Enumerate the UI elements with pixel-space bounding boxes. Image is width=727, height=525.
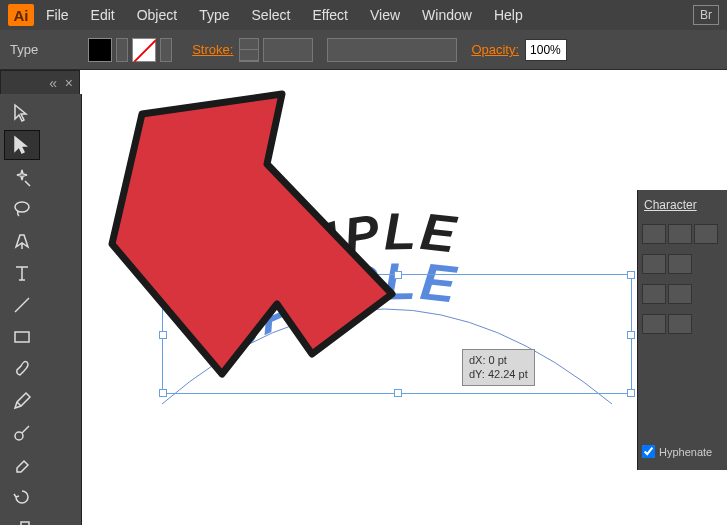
menu-help[interactable]: Help xyxy=(494,7,523,23)
hyphenate-label: Hyphenate xyxy=(659,446,712,458)
align-left-button[interactable] xyxy=(642,224,666,244)
opacity-input[interactable] xyxy=(525,39,567,61)
align-right-button[interactable] xyxy=(694,224,718,244)
scale-tool[interactable] xyxy=(4,514,40,525)
align-center-button[interactable] xyxy=(668,224,692,244)
selection-tool[interactable] xyxy=(4,98,40,128)
stroke-weight-dropdown[interactable] xyxy=(263,38,313,62)
svg-point-0 xyxy=(15,202,29,212)
menubar: Ai File Edit Object Type Select Effect V… xyxy=(0,0,727,30)
indent-right-stepper[interactable] xyxy=(668,284,692,304)
menu-select[interactable]: Select xyxy=(252,7,291,23)
magic-wand-tool[interactable] xyxy=(4,162,40,192)
stroke-swatch-dropdown[interactable] xyxy=(160,38,172,62)
control-toolbar: Type Stroke: Opacity: xyxy=(0,30,727,70)
rectangle-tool[interactable] xyxy=(4,322,40,352)
menu-edit[interactable]: Edit xyxy=(91,7,115,23)
svg-rect-1 xyxy=(15,332,29,342)
document-tab[interactable]: « × xyxy=(0,70,80,94)
indent-right-button[interactable] xyxy=(642,284,666,304)
indent-left-stepper[interactable] xyxy=(668,254,692,274)
space-before-button[interactable] xyxy=(642,314,666,334)
menu-object[interactable]: Object xyxy=(137,7,177,23)
tooltip-dy: dY: 42.24 pt xyxy=(469,367,528,381)
brush-dropdown[interactable] xyxy=(327,38,457,62)
tools-panel xyxy=(0,94,82,525)
menu-type[interactable]: Type xyxy=(199,7,229,23)
measurement-tooltip: dX: 0 pt dY: 42.24 pt xyxy=(462,349,535,386)
space-before-stepper[interactable] xyxy=(668,314,692,334)
paintbrush-tool[interactable] xyxy=(4,354,40,384)
panel-title[interactable]: Character xyxy=(642,196,723,214)
bridge-icon[interactable]: Br xyxy=(693,5,719,25)
character-panel: Character Hyphenate xyxy=(637,190,727,470)
menu-window[interactable]: Window xyxy=(422,7,472,23)
fill-dropdown[interactable] xyxy=(116,38,128,62)
svg-point-2 xyxy=(15,432,23,440)
type-tool[interactable] xyxy=(4,258,40,288)
tooltip-dx: dX: 0 pt xyxy=(469,353,528,367)
menu-effect[interactable]: Effect xyxy=(312,7,348,23)
bbox-handle-tr[interactable] xyxy=(627,271,635,279)
rotate-tool[interactable] xyxy=(4,482,40,512)
lasso-tool[interactable] xyxy=(4,194,40,224)
line-tool[interactable] xyxy=(4,290,40,320)
pencil-tool[interactable] xyxy=(4,386,40,416)
bbox-handle-mr[interactable] xyxy=(627,331,635,339)
pen-tool[interactable] xyxy=(4,226,40,256)
app-logo: Ai xyxy=(8,4,34,26)
stroke-swatch[interactable] xyxy=(132,38,156,62)
tool-mode-label: Type xyxy=(10,42,38,57)
menu-file[interactable]: File xyxy=(46,7,69,23)
stroke-label[interactable]: Stroke: xyxy=(192,42,233,57)
opacity-label[interactable]: Opacity: xyxy=(471,42,519,57)
indent-left-button[interactable] xyxy=(642,254,666,274)
direct-selection-tool[interactable] xyxy=(4,130,40,160)
blob-brush-tool[interactable] xyxy=(4,418,40,448)
collapse-icon[interactable]: « xyxy=(49,75,57,91)
instruction-arrow-overlay xyxy=(72,74,432,424)
eraser-tool[interactable] xyxy=(4,450,40,480)
canvas[interactable]: SAMPLE SAMPLE dX: 0 pt dY: 42.24 pt xyxy=(82,94,727,525)
fill-swatch[interactable] xyxy=(88,38,112,62)
menu-view[interactable]: View xyxy=(370,7,400,23)
hyphenate-checkbox[interactable] xyxy=(642,445,655,458)
stroke-weight-stepper[interactable] xyxy=(239,38,259,62)
bbox-handle-br[interactable] xyxy=(627,389,635,397)
